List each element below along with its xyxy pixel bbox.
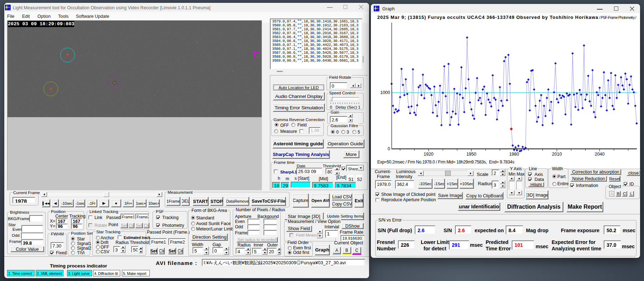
- svg-text:1000: 1000: [380, 90, 390, 95]
- svg-text:1950: 1950: [466, 152, 476, 157]
- svg-text:2010: 2010: [552, 152, 562, 157]
- svg-text:0: 0: [388, 146, 390, 151]
- svg-text:2040: 2040: [595, 152, 605, 157]
- svg-text:1920: 1920: [424, 152, 434, 157]
- svg-text:1980: 1980: [509, 152, 519, 157]
